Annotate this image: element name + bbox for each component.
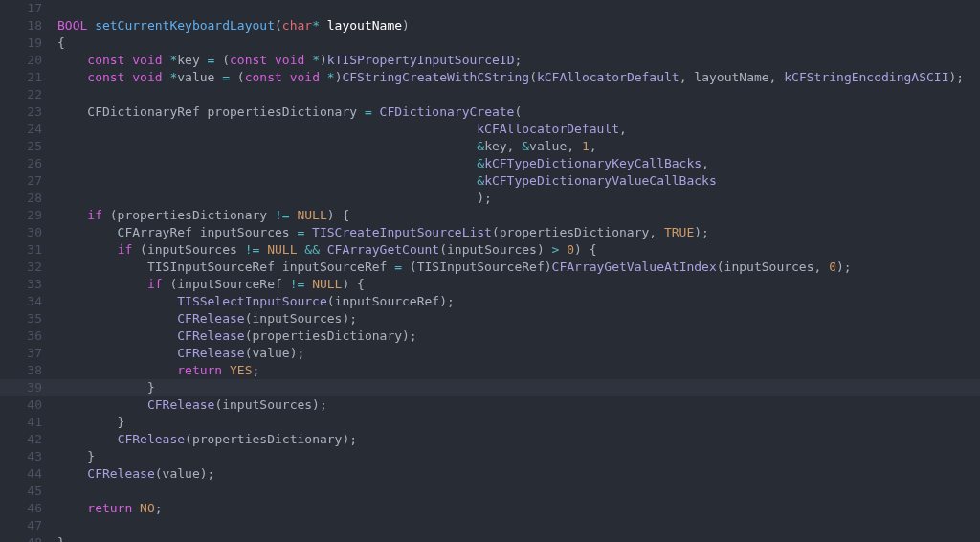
code-line[interactable]: 32 TISInputSourceRef inputSourceRef = (T… bbox=[0, 259, 980, 276]
code-content[interactable] bbox=[57, 517, 980, 534]
token-punc: ) { bbox=[342, 277, 364, 291]
token-ident bbox=[57, 242, 118, 257]
line-number: 31 bbox=[0, 241, 57, 259]
code-line[interactable]: 48} bbox=[0, 534, 980, 542]
token-call: TISCreateInputSourceList bbox=[312, 225, 492, 239]
token-const: NO bbox=[140, 501, 155, 515]
token-ident bbox=[57, 397, 147, 412]
code-line[interactable]: 46 return NO; bbox=[0, 500, 980, 517]
token-call: TISSelectInputSource bbox=[177, 294, 327, 308]
code-line[interactable]: 45 bbox=[0, 483, 980, 500]
code-line[interactable]: 28 ); bbox=[0, 190, 980, 207]
code-line[interactable]: 41 } bbox=[0, 414, 980, 431]
token-punc: , bbox=[619, 122, 627, 136]
code-content[interactable]: CFRelease(propertiesDictionary); bbox=[57, 431, 980, 448]
token-op: && bbox=[304, 242, 320, 257]
code-line[interactable]: 43 } bbox=[0, 448, 980, 465]
code-content[interactable]: return NO; bbox=[57, 500, 980, 517]
code-content[interactable] bbox=[57, 483, 980, 500]
code-content[interactable]: TISSelectInputSource(inputSourceRef); bbox=[57, 293, 980, 310]
code-content[interactable]: return YES; bbox=[57, 362, 980, 379]
code-content[interactable]: { bbox=[57, 34, 980, 52]
token-ident: (propertiesDictionary, bbox=[492, 225, 664, 239]
token-macro: kCFAllocatorDefault bbox=[537, 70, 679, 84]
code-content[interactable]: &key, &value, 1, bbox=[57, 138, 980, 155]
code-line[interactable]: 47 bbox=[0, 517, 980, 534]
token-op: = bbox=[365, 104, 372, 119]
code-line[interactable]: 18BOOL setCurrentKeyboardLayout(char* la… bbox=[0, 17, 980, 34]
code-content[interactable]: CFRelease(inputSources); bbox=[57, 310, 980, 327]
code-content[interactable] bbox=[57, 0, 980, 17]
code-line[interactable]: 20 const void *key = (const void *)kTISP… bbox=[0, 52, 980, 69]
code-line[interactable]: 31 if (inputSources != NULL && CFArrayGe… bbox=[0, 241, 980, 259]
code-line[interactable]: 17 bbox=[0, 0, 980, 17]
token-param: char bbox=[282, 18, 312, 33]
code-line[interactable]: 36 CFRelease(propertiesDictionary); bbox=[0, 327, 980, 345]
code-content[interactable]: CFRelease(propertiesDictionary); bbox=[57, 327, 980, 345]
code-line[interactable]: 44 CFRelease(value); bbox=[0, 465, 980, 483]
code-line[interactable]: 34 TISSelectInputSource(inputSourceRef); bbox=[0, 293, 980, 310]
code-content[interactable]: CFArrayRef inputSources = TISCreateInput… bbox=[57, 224, 980, 241]
code-line[interactable]: 21 const void *value = (const void *)CFS… bbox=[0, 69, 980, 86]
token-punc: } bbox=[57, 449, 95, 463]
code-line[interactable]: 24 kCFAllocatorDefault, bbox=[0, 121, 980, 138]
token-const: NULL bbox=[267, 242, 297, 257]
code-content[interactable]: kCFAllocatorDefault, bbox=[57, 121, 980, 138]
token-type: void bbox=[275, 53, 304, 67]
token-op: = bbox=[394, 260, 402, 274]
code-content[interactable]: const void *value = (const void *)CFStri… bbox=[57, 69, 980, 86]
code-content[interactable]: } bbox=[57, 414, 980, 431]
token-call: CFRelease bbox=[177, 346, 244, 360]
code-line[interactable]: 25 &key, &value, 1, bbox=[0, 138, 980, 155]
token-op: * bbox=[327, 70, 335, 84]
code-line[interactable]: 29 if (propertiesDictionary != NULL) { bbox=[0, 207, 980, 224]
token-punc: ) bbox=[320, 53, 327, 67]
token-call: CFRelease bbox=[147, 397, 214, 412]
code-line[interactable]: 42 CFRelease(propertiesDictionary); bbox=[0, 431, 980, 448]
code-content[interactable]: CFDictionaryRef propertiesDictionary = C… bbox=[57, 103, 980, 121]
code-line[interactable]: 38 return YES; bbox=[0, 362, 980, 379]
code-content[interactable]: ); bbox=[57, 190, 980, 207]
code-content[interactable]: if (inputSources != NULL && CFArrayGetCo… bbox=[57, 241, 980, 259]
code-line[interactable]: 30 CFArrayRef inputSources = TISCreateIn… bbox=[0, 224, 980, 241]
token-punc: ( bbox=[230, 70, 245, 84]
code-line[interactable]: 39 } bbox=[0, 379, 980, 396]
code-content[interactable]: TISInputSourceRef inputSourceRef = (TISI… bbox=[57, 259, 980, 276]
token-ident bbox=[320, 70, 327, 84]
token-punc: ( bbox=[275, 18, 282, 33]
line-number: 22 bbox=[0, 86, 57, 103]
code-content[interactable]: const void *key = (const void *)kTISProp… bbox=[57, 52, 980, 69]
token-call: CFArrayGetValueAtIndex bbox=[552, 260, 717, 274]
code-line[interactable]: 26 &kCFTypeDictionaryKeyCallBacks, bbox=[0, 155, 980, 172]
code-content[interactable]: CFRelease(inputSources); bbox=[57, 396, 980, 414]
code-line[interactable]: 23 CFDictionaryRef propertiesDictionary … bbox=[0, 103, 980, 121]
token-punc: ); bbox=[836, 260, 852, 274]
token-call: CFRelease bbox=[177, 311, 244, 326]
code-line[interactable]: 22 bbox=[0, 86, 980, 103]
code-content[interactable]: } bbox=[57, 534, 980, 542]
code-line[interactable]: 33 if (inputSourceRef != NULL) { bbox=[0, 276, 980, 293]
token-op: & bbox=[477, 139, 484, 153]
code-line[interactable]: 19{ bbox=[0, 34, 980, 52]
code-content[interactable]: &kCFTypeDictionaryKeyCallBacks, bbox=[57, 155, 980, 172]
token-ident bbox=[372, 104, 380, 119]
code-editor[interactable]: 1718BOOL setCurrentKeyboardLayout(char* … bbox=[0, 0, 980, 542]
code-content[interactable]: } bbox=[57, 448, 980, 465]
code-content[interactable]: CFRelease(value); bbox=[57, 465, 980, 483]
code-content[interactable]: } bbox=[57, 379, 980, 396]
code-content[interactable]: &kCFTypeDictionaryValueCallBacks bbox=[57, 172, 980, 190]
code-content[interactable]: BOOL setCurrentKeyboardLayout(char* layo… bbox=[57, 17, 980, 34]
line-number: 29 bbox=[0, 207, 57, 224]
token-ident bbox=[57, 432, 118, 446]
code-content[interactable]: if (inputSourceRef != NULL) { bbox=[57, 276, 980, 293]
code-line[interactable]: 37 CFRelease(value); bbox=[0, 345, 980, 362]
code-line[interactable]: 35 CFRelease(inputSources); bbox=[0, 310, 980, 327]
token-op: & bbox=[477, 173, 484, 188]
code-content[interactable]: if (propertiesDictionary != NULL) { bbox=[57, 207, 980, 224]
code-line[interactable]: 40 CFRelease(inputSources); bbox=[0, 396, 980, 414]
code-line[interactable]: 27 &kCFTypeDictionaryValueCallBacks bbox=[0, 172, 980, 190]
code-content[interactable] bbox=[57, 86, 980, 103]
token-ident: value, bbox=[529, 139, 582, 153]
line-number: 19 bbox=[0, 34, 57, 52]
code-content[interactable]: CFRelease(value); bbox=[57, 345, 980, 362]
